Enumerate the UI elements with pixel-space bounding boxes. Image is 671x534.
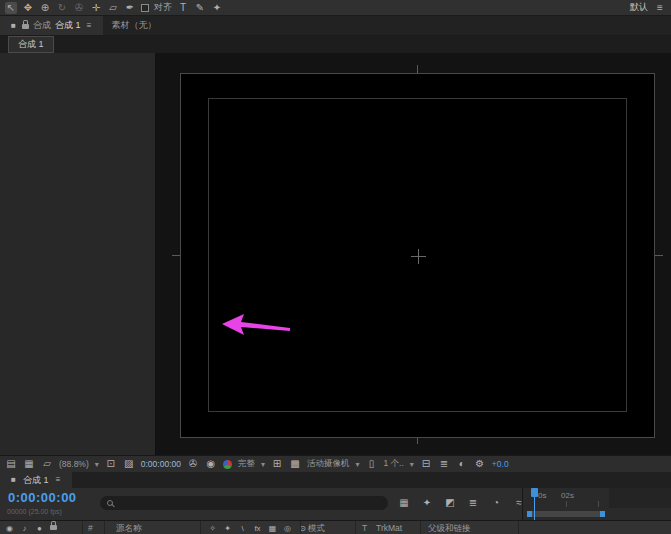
column-divider [355, 521, 356, 534]
ruler-out-of-range [609, 488, 671, 508]
rotate-tool-icon[interactable]: ↻ [56, 2, 68, 14]
column-parent-link[interactable]: 父级和链接 [428, 523, 471, 534]
magenta-arrow-layer[interactable] [221, 313, 291, 339]
draft-3d-icon[interactable]: ✦ [421, 497, 433, 509]
work-area-bar[interactable] [527, 511, 605, 517]
hide-shy-icon[interactable]: ◩ [444, 497, 456, 509]
timeline-toggle-icons: ▦ ✦ ◩ ≣ ◔ ≈ [398, 497, 525, 509]
comp-center-anchor-icon [411, 249, 426, 264]
mini-flowchart-icon[interactable]: ▦ [398, 497, 410, 509]
camera-tool-icon[interactable]: ✇ [73, 2, 85, 14]
ruler-tick-label-0s: 0s [538, 491, 546, 500]
shy-icon[interactable]: ✧ [208, 523, 217, 534]
camera-view-select[interactable]: 活动摄像机 [307, 458, 350, 470]
column-divider [200, 521, 201, 534]
transparency-grid-icon[interactable]: ▨ [123, 458, 135, 470]
selection-tool-icon[interactable]: ↖ [5, 2, 17, 14]
tab-comp-panel-label: 合成 [33, 19, 51, 32]
snap-checkbox[interactable] [141, 4, 149, 12]
timeline-menu-icon[interactable]: ≡ [54, 474, 63, 486]
view-options-icon[interactable]: ▩ [289, 458, 301, 470]
timeline-tab-comp[interactable]: ■ 合成 1 ≡ [0, 472, 72, 488]
motion-blur-icon[interactable]: ◔ [490, 497, 502, 509]
comp-timecode[interactable]: 0:00:00:00 [141, 459, 181, 469]
timeline-search-field[interactable] [100, 496, 388, 510]
viewer-left-pasteboard [0, 53, 156, 455]
view-layout-icon[interactable]: ▯ [366, 458, 378, 470]
show-channel-icon[interactable] [223, 460, 232, 469]
composition-panel-toolbar: ▤ ▦ ▱ (88.8%) ▾ ⊡ ▨ 0:00:00:00 ✇ ◉ 完整 ▾ … [0, 455, 671, 472]
arrow-shape [222, 314, 290, 335]
column-layer-number[interactable]: # [88, 523, 93, 533]
text-tool-icon[interactable]: T [177, 2, 189, 14]
panel-menu-icon[interactable]: ≡ [85, 20, 94, 32]
tab-footage-label: 素材（无） [112, 19, 157, 32]
workspace-menu-icon[interactable]: ≡ [654, 2, 666, 14]
composition-frame[interactable] [180, 73, 655, 438]
brush-tool-icon[interactable]: ✎ [194, 2, 206, 14]
magnification-select[interactable]: (88.8%) [59, 459, 89, 469]
mask-visibility-icon[interactable]: ▱ [41, 458, 53, 470]
snapshot-icon[interactable]: ✇ [187, 458, 199, 470]
always-preview-icon[interactable]: ▤ [5, 458, 17, 470]
resolution-select[interactable]: 完整 [238, 458, 255, 470]
pan-behind-tool-icon[interactable]: ✛ [90, 2, 102, 14]
timeline-header-area: 0:00:00:00 00000 (25.00 fps) ▦ ✦ ◩ ≣ ◔ ≈… [0, 488, 671, 520]
motion-blur-switch-icon[interactable]: ◎ [283, 523, 292, 534]
pen-tool-icon[interactable]: ✒ [124, 2, 136, 14]
zoom-tool-icon[interactable]: ⊕ [39, 2, 51, 14]
collapse-transformations-icon[interactable]: ✦ [223, 523, 232, 534]
puppet-tool-icon[interactable]: ✦ [211, 2, 223, 14]
ruler-tick-mark [566, 501, 567, 507]
eye-icon[interactable]: ◉ [5, 523, 14, 534]
snap-align-label: 对齐 [154, 1, 172, 14]
settings-gear-icon[interactable]: ⚙ [474, 458, 486, 470]
frame-blend-icon[interactable]: ≣ [467, 497, 479, 509]
column-trkmat-t[interactable]: T [362, 523, 367, 533]
comp-nav-chip[interactable]: 合成 1 [8, 36, 54, 53]
lock-column-icon[interactable] [50, 525, 57, 530]
quality-icon[interactable]: \ [238, 523, 247, 534]
exposure-toggle-icon[interactable]: ◐ [456, 458, 468, 470]
column-source-name[interactable]: 源名称 [116, 523, 142, 534]
av-feature-icons: ◉ ♪ ● [5, 523, 57, 534]
audio-icon[interactable]: ♪ [20, 523, 29, 534]
view-layout-caret-icon[interactable]: ▾ [410, 460, 414, 469]
pixel-aspect-icon[interactable]: ⊞ [271, 458, 283, 470]
column-mode[interactable]: 模式 [308, 523, 325, 534]
ruler-tick-label-02s: 02s [561, 491, 574, 500]
flowchart-button-icon[interactable]: ≣ [438, 458, 450, 470]
resolution-caret-icon[interactable]: ▾ [261, 460, 265, 469]
main-toolbar: ↖ ✥ ⊕ ↻ ✇ ✛ ▱ ✒ 对齐 T ✎ ✦ 默认 ≡ [0, 0, 671, 16]
time-ruler[interactable]: 0s 02s [522, 488, 671, 520]
lock-icon[interactable] [22, 24, 29, 29]
grid-options-icon[interactable]: ▦ [23, 458, 35, 470]
solo-icon[interactable]: ● [35, 523, 44, 534]
timeline-tab-bar: ■ 合成 1 ≡ [0, 472, 671, 488]
column-trkmat[interactable]: TrkMat [376, 523, 402, 533]
hand-tool-icon[interactable]: ✥ [22, 2, 34, 14]
column-divider [82, 521, 83, 534]
current-timecode[interactable]: 0:00:00:00 [8, 490, 77, 505]
effects-icon[interactable]: fx [253, 523, 262, 534]
timeline-column-headers: ◉ ♪ ● # 源名称 ✧ ✦ \ fx ▦ ◎ ⊙ 模式 T TrkMat 父… [0, 520, 671, 534]
timeline-button-icon[interactable]: ⊟ [420, 458, 432, 470]
column-divider [104, 521, 105, 534]
search-icon [107, 500, 113, 506]
current-time-indicator[interactable] [534, 488, 535, 520]
magnification-caret-icon[interactable]: ▾ [95, 460, 99, 469]
tab-composition[interactable]: ■ 合成 合成 1 ≡ [0, 16, 103, 35]
tab-footage[interactable]: 素材（无） [103, 16, 166, 35]
workspace-selector[interactable]: 默认 [630, 1, 648, 14]
mask-tool-icon[interactable]: ▱ [107, 2, 119, 14]
view-layout-select[interactable]: 1 个.. [384, 458, 404, 470]
exposure-value[interactable]: +0.0 [492, 459, 509, 469]
show-snapshot-icon[interactable]: ◉ [205, 458, 217, 470]
composition-viewer[interactable] [0, 53, 671, 455]
region-of-interest-icon[interactable]: ⊡ [105, 458, 117, 470]
layer-switch-icons: ✧ ✦ \ fx ▦ ◎ ⊙ [208, 523, 307, 534]
panel-icon: ■ [9, 20, 18, 32]
camera-view-caret-icon[interactable]: ▾ [355, 460, 359, 469]
timeline-panel: ■ 合成 1 ≡ 0:00:00:00 00000 (25.00 fps) ▦ … [0, 472, 671, 534]
frame-blend-switch-icon[interactable]: ▦ [268, 523, 277, 534]
